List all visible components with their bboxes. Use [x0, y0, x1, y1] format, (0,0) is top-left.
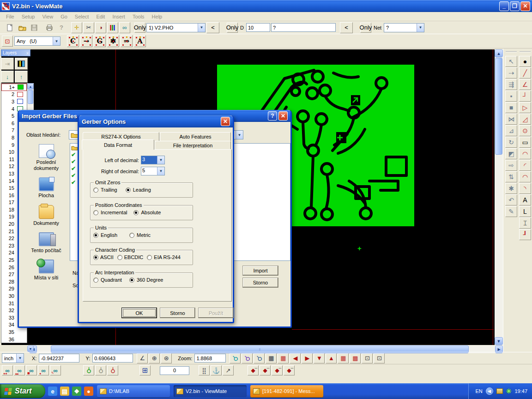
scale-icon[interactable]: ◩ [505, 148, 517, 159]
draw-polyline-icon[interactable]: ∠ [519, 79, 531, 90]
zoom-value[interactable]: 1.8868 [194, 354, 226, 363]
view-polygons-icon[interactable]: ∞◼ [26, 365, 37, 375]
radio-option[interactable]: Absolute [133, 210, 161, 215]
pan-up-icon[interactable]: ▲ [326, 353, 337, 363]
menu-item[interactable]: Help [149, 13, 166, 20]
replace-icon[interactable]: ⇨ [505, 160, 517, 171]
select-text-button[interactable]: A [134, 35, 146, 47]
zoom-select-icon[interactable]: ⚲ [254, 353, 265, 363]
film-box-icon[interactable]: ▦ [266, 353, 277, 363]
layer-color-swatch[interactable] [18, 85, 24, 90]
draw-arc-point-icon[interactable]: ◠ [519, 171, 531, 182]
dcode-view-icon[interactable]: ◑ [95, 22, 106, 33]
tray-icq-icon[interactable]: ✳ [506, 387, 512, 395]
large-square-icon[interactable]: ■ [505, 102, 517, 113]
start-button[interactable]: Start [0, 384, 45, 398]
quad-view-icon[interactable]: ⊞ [139, 365, 151, 375]
layer-select-combo[interactable]: 1) V2.PHO▼ [146, 23, 206, 32]
ok-button[interactable]: OK [121, 308, 157, 318]
layers-panel-titlebar[interactable]: Layers x [1, 49, 30, 56]
taskbar-task[interactable]: [191-482-091] - Mess... [250, 385, 323, 397]
draw-spline-icon[interactable]: ▷ [519, 102, 531, 113]
dcode-input[interactable]: 10 [246, 23, 270, 32]
menu-item[interactable]: Edit [93, 13, 108, 20]
window-select-icon[interactable]: ⊡ [374, 353, 385, 363]
window-zoom-icon[interactable]: ⊡ [362, 353, 373, 363]
pad-pattern-step-icon[interactable]: ◆ [272, 365, 283, 375]
gerber-dialog-titlebar[interactable]: Gerber Options ✕ [79, 115, 233, 127]
menu-item[interactable]: Go [57, 13, 71, 20]
dcode-filter-input[interactable]: ? [271, 23, 336, 32]
draw-flash-icon[interactable]: ⌶ [519, 218, 531, 229]
place-item[interactable]: Poslední dokumenty [25, 144, 67, 171]
zoom-grid-icon[interactable]: ⚲ [242, 353, 253, 363]
select-gerber-button[interactable]: G [94, 35, 106, 47]
taskbar-task[interactable]: D:\MLAB [97, 385, 170, 397]
radio-option[interactable]: Quadrant [93, 277, 122, 283]
minimize-button[interactable]: _ [499, 1, 509, 11]
radio-option[interactable]: Leading [126, 187, 151, 193]
snap-grid-icon[interactable]: ⣿ [199, 365, 210, 375]
context-help-icon[interactable]: ? [56, 22, 67, 33]
layer-row[interactable]: 35 [1, 328, 27, 336]
new-file-icon[interactable] [5, 22, 16, 33]
selection-filter-icon[interactable]: ⊡ [2, 36, 13, 47]
print-icon[interactable] [44, 22, 55, 33]
colors-icon[interactable] [107, 22, 118, 33]
radio-option[interactable]: EIA RS-244 [147, 254, 180, 260]
small-square-icon[interactable]: ▪ [505, 91, 517, 102]
menu-item[interactable]: Tools [129, 13, 148, 20]
import-cancel-button[interactable]: Storno [242, 278, 278, 288]
save-file-icon[interactable] [29, 22, 40, 33]
select-flash-button[interactable]: ✱ [107, 35, 119, 47]
menu-item[interactable]: File [3, 13, 18, 20]
layer-color-swatch[interactable] [17, 92, 23, 97]
tab-file-interpretation[interactable]: File Interpretation [155, 141, 231, 150]
draw-logo-icon[interactable]: L [519, 206, 531, 217]
apply-button[interactable]: Použít [198, 308, 234, 318]
pad-pattern-flash-icon[interactable]: ◆ [248, 365, 259, 375]
close-button[interactable]: ✕ [520, 1, 530, 11]
scroll-down-icon[interactable]: ▼ [27, 345, 34, 352]
book-quicklaunch-icon[interactable]: ❖ [72, 387, 81, 396]
vertical-scroll-thumb[interactable] [495, 58, 502, 155]
only-dcode-button[interactable]: Only [227, 23, 238, 33]
menu-item[interactable]: Insert [109, 13, 128, 20]
scroll-up-icon[interactable]: ▲ [27, 83, 34, 90]
draw-bend-icon[interactable]: ┚ [519, 229, 531, 240]
scroll-up-icon[interactable]: ▲ [495, 49, 503, 57]
draw-text-icon[interactable]: A [519, 194, 531, 206]
measure-glasses-icon[interactable]: ∞ [119, 22, 130, 33]
tools-icon[interactable]: ✂ [83, 22, 94, 33]
anchor-icon[interactable]: ⚓ [211, 365, 222, 375]
only-net-button[interactable]: Only [360, 23, 371, 33]
right-of-decimal-combo[interactable]: 5▼ [141, 167, 165, 175]
selection-type-combo[interactable]: Any (U) ▼ [14, 36, 60, 46]
select-circle-button[interactable]: C [67, 35, 79, 47]
layer-row[interactable]: 3 [1, 98, 27, 105]
radio-option[interactable]: Incremental [93, 210, 127, 215]
restore-button[interactable]: ❐ [510, 1, 520, 11]
select-cursor-icon[interactable]: ↖ [505, 56, 517, 67]
taskbar-task[interactable]: V2.bin - ViewMate [174, 385, 247, 397]
lasso-icon[interactable]: ✎ [505, 206, 517, 217]
highlight-outline-icon[interactable]: ⚲ [107, 365, 118, 375]
view-traces-icon[interactable]: ∞▬ [14, 365, 25, 375]
radio-option[interactable]: ASCII [93, 254, 114, 260]
layers-close-icon[interactable]: x [26, 51, 29, 55]
highlight-on-icon[interactable]: ⚲ [83, 365, 94, 375]
language-indicator[interactable]: EN [475, 388, 482, 394]
pan-down-icon[interactable]: ▼ [314, 353, 325, 363]
pan-left-icon[interactable]: ◀ [290, 353, 301, 363]
layer-move-up-icon[interactable]: ↑ [15, 71, 28, 83]
draw-circle-icon[interactable]: ⊙ [519, 125, 531, 136]
scroll-down-icon[interactable]: ▼ [495, 337, 503, 345]
net-filter-combo[interactable]: ?▼ [384, 23, 424, 32]
folder-quicklaunch-icon[interactable]: ▤ [60, 387, 69, 396]
radio-option[interactable]: 360 Degree [129, 277, 163, 283]
view-text-icon[interactable]: ∞✎ [50, 365, 61, 375]
pan-right-icon[interactable]: ▶ [302, 353, 313, 363]
step-window-minus-icon[interactable]: ▩ [350, 353, 361, 363]
draw-rectangle-icon[interactable]: ▭ [519, 137, 531, 148]
spacing-icon[interactable]: ⇅ [505, 171, 517, 182]
